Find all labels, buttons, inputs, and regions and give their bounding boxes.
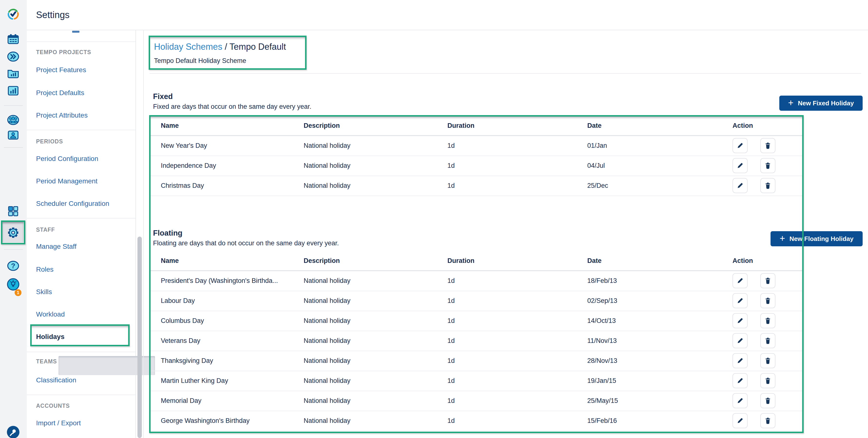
edit-button[interactable] <box>733 293 748 308</box>
expand-chevrons-icon[interactable] <box>6 50 20 63</box>
holiday-duration: 1d <box>447 176 455 196</box>
team-icon[interactable] <box>6 113 20 127</box>
sidebar-item-project-attributes[interactable]: Project Attributes <box>36 111 88 119</box>
settings-gear-icon[interactable] <box>6 226 20 239</box>
delete-button[interactable] <box>760 373 775 388</box>
edit-button[interactable] <box>733 178 748 193</box>
breadcrumb-current: Tempo Default <box>229 42 286 52</box>
holiday-description: National holiday <box>304 291 350 311</box>
sidebar-section-label: TEAMS <box>36 358 57 365</box>
sidebar-item-skills[interactable]: Skills <box>36 288 52 296</box>
delete-button[interactable] <box>760 313 775 328</box>
sidebar-item-period-management[interactable]: Period Management <box>36 177 97 185</box>
table-row: Columbus Day National holiday 1d 14/Oct/… <box>151 311 802 331</box>
sidebar-item-classification[interactable]: Classification <box>36 376 76 384</box>
table-row: Thanksgiving Day National holiday 1d 28/… <box>151 351 802 371</box>
holiday-date: 28/Nov/13 <box>587 351 617 371</box>
sidebar-item-project-defaults[interactable]: Project Defaults <box>36 89 84 96</box>
trash-icon <box>764 297 772 304</box>
holiday-name: Christmas Day <box>161 176 204 196</box>
delete-button[interactable] <box>760 333 775 348</box>
row-actions <box>733 176 791 196</box>
sidebar-item-project-features[interactable]: Project Features <box>36 66 86 74</box>
delete-button[interactable] <box>760 293 775 308</box>
holiday-name: Columbus Day <box>161 311 204 331</box>
calendar-icon[interactable] <box>6 32 20 46</box>
pin-icon[interactable] <box>6 425 20 438</box>
breadcrumb-link-holiday-schemes[interactable]: Holiday Schemes <box>154 42 222 52</box>
trash-icon <box>764 182 772 189</box>
sidebar-item-manage-staff[interactable]: Manage Staff <box>36 242 76 250</box>
delete-button[interactable] <box>760 273 775 288</box>
new-fixed-holiday-button[interactable]: +New Fixed Holiday <box>779 96 863 111</box>
edit-button[interactable] <box>733 158 748 173</box>
sidebar-section-label: STAFF <box>36 226 55 233</box>
table-row: Martin Luther King Day National holiday … <box>151 371 802 391</box>
report-folder-icon[interactable] <box>6 66 20 80</box>
sidebar-item-holidays[interactable]: Holidays <box>36 333 65 341</box>
row-actions <box>733 351 791 371</box>
rail-divider <box>4 105 23 106</box>
edit-button[interactable] <box>733 138 748 153</box>
delete-button[interactable] <box>760 178 775 193</box>
holiday-duration: 1d <box>447 136 455 155</box>
holiday-duration: 1d <box>447 156 455 176</box>
row-actions <box>733 371 791 391</box>
edit-button[interactable] <box>733 313 748 328</box>
delete-button[interactable] <box>760 138 775 153</box>
edit-button[interactable] <box>733 373 748 388</box>
delete-button[interactable] <box>760 393 775 408</box>
pencil-icon <box>736 357 744 364</box>
bar-chart-icon[interactable] <box>6 84 20 97</box>
sidebar-item-scheduler-configuration[interactable]: Scheduler Configuration <box>36 200 109 207</box>
delete-button[interactable] <box>760 158 775 173</box>
delete-button[interactable] <box>760 353 775 368</box>
edit-button[interactable] <box>733 413 748 428</box>
holiday-name: Labour Day <box>161 291 195 311</box>
holiday-duration: 1d <box>447 411 455 431</box>
holiday-date: 15/Feb/16 <box>587 411 617 431</box>
annotation-box-breadcrumb <box>149 36 307 70</box>
member-card-icon[interactable] <box>6 128 20 142</box>
column-header-description: Description <box>304 252 340 270</box>
tempo-logo-icon <box>6 7 20 21</box>
holiday-description: National holiday <box>304 311 350 331</box>
trash-icon <box>764 377 772 384</box>
edit-button[interactable] <box>733 393 748 408</box>
new-floating-holiday-button[interactable]: +New Floating Holiday <box>771 231 863 246</box>
pencil-icon <box>736 337 744 344</box>
sidebar-item-import-export[interactable]: Import / Export <box>36 419 81 427</box>
settings-page: ? 1 Settings <box>0 0 868 438</box>
holiday-description: National holiday <box>304 391 350 411</box>
column-header-action: Action <box>733 117 791 136</box>
holiday-date: 02/Sep/13 <box>587 291 617 311</box>
row-actions <box>733 411 791 431</box>
sidebar-item-period-configuration[interactable]: Period Configuration <box>36 155 98 163</box>
holiday-date: 25/Dec <box>587 176 608 196</box>
delete-button[interactable] <box>760 413 775 428</box>
help-icon[interactable]: ? <box>6 259 20 273</box>
edit-button[interactable] <box>733 353 748 368</box>
sidebar-item-roles[interactable]: Roles <box>36 265 54 273</box>
sidebar-divider <box>27 130 135 130</box>
pencil-icon <box>736 182 744 189</box>
holiday-duration: 1d <box>447 291 455 311</box>
holiday-description: National holiday <box>304 176 350 196</box>
apps-grid-icon[interactable] <box>6 204 20 218</box>
pencil-icon <box>736 377 744 384</box>
holiday-date: 19/Jan/15 <box>587 371 616 391</box>
holiday-duration: 1d <box>447 371 455 391</box>
floating-holidays-table: Name Description Duration Date Action Pr… <box>151 252 802 431</box>
table-header: Name Description Duration Date Action <box>151 252 802 271</box>
edit-button[interactable] <box>733 333 748 348</box>
row-actions <box>733 271 791 291</box>
sidebar-scrollbar[interactable] <box>137 237 142 438</box>
edit-button[interactable] <box>733 273 748 288</box>
holiday-duration: 1d <box>447 311 455 331</box>
table-row: Christmas Day National holiday 1d 25/Dec <box>151 176 802 196</box>
sidebar-section-label: TEMPO PROJECTS <box>36 49 91 56</box>
sidebar-item-workload[interactable]: Workload <box>36 310 65 318</box>
sidebar-divider <box>27 41 135 42</box>
holiday-date: 14/Oct/13 <box>587 311 616 331</box>
pencil-icon <box>736 142 744 149</box>
